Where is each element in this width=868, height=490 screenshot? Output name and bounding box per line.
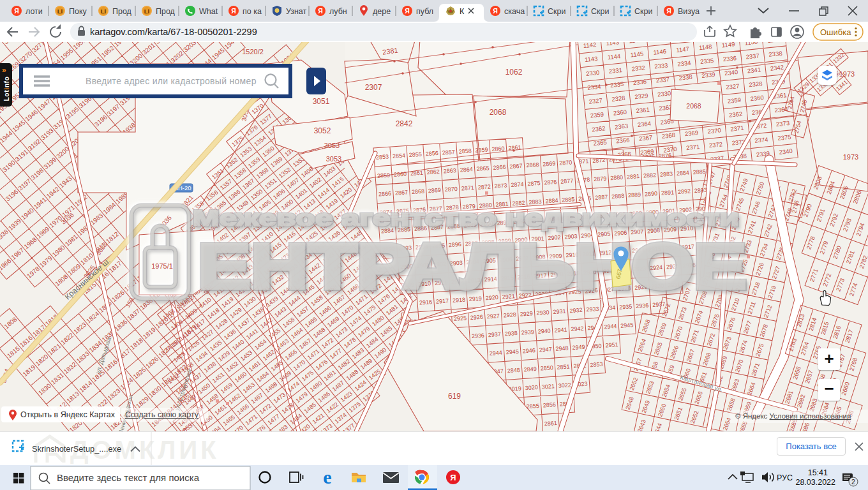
svg-text:2330: 2330 <box>657 89 671 98</box>
svg-text:2875: 2875 <box>527 180 541 187</box>
svg-text:kartagov.com/karta/67-18-00502: kartagov.com/karta/67-18-0050201-2299 <box>90 27 257 37</box>
svg-text:2945: 2945 <box>620 322 634 329</box>
svg-text:2335: 2335 <box>610 80 624 89</box>
svg-text:1147: 1147 <box>676 45 689 54</box>
svg-text:2884: 2884 <box>677 170 690 177</box>
svg-text:2927: 2927 <box>487 313 500 320</box>
svg-text:2880: 2880 <box>610 174 624 181</box>
svg-text:2853: 2853 <box>376 153 389 160</box>
svg-text:3022: 3022 <box>558 382 571 389</box>
svg-text:Я: Я <box>493 7 498 15</box>
svg-text:2340: 2340 <box>779 147 793 156</box>
svg-text:2929: 2929 <box>520 310 533 317</box>
svg-text:1973: 1973 <box>839 70 855 78</box>
svg-text:2848: 2848 <box>507 367 521 374</box>
svg-text:2937: 2937 <box>488 331 502 338</box>
svg-text:2329: 2329 <box>634 92 648 100</box>
svg-text:2371: 2371 <box>730 124 744 133</box>
svg-text:2887: 2887 <box>595 194 608 201</box>
svg-text:2339: 2339 <box>701 71 715 79</box>
svg-text:2942: 2942 <box>571 325 584 332</box>
svg-text:2335: 2335 <box>700 57 714 65</box>
svg-text:2340: 2340 <box>724 68 738 77</box>
svg-text:Я: Я <box>405 7 410 15</box>
svg-text:2363: 2363 <box>615 122 629 131</box>
svg-text:Li: Li <box>144 8 149 15</box>
svg-text:2890: 2890 <box>645 190 658 197</box>
svg-text:Скри: Скри <box>548 7 565 16</box>
svg-text:2842: 2842 <box>396 119 413 128</box>
svg-text:2859: 2859 <box>475 146 488 153</box>
svg-text:лоти: лоти <box>26 7 43 16</box>
svg-text:2854: 2854 <box>393 152 406 160</box>
svg-text:1144: 1144 <box>607 52 620 61</box>
svg-text:2307: 2307 <box>365 83 382 92</box>
svg-text:2362: 2362 <box>592 124 606 133</box>
svg-text:SkrinshoterSetup_....exe: SkrinshoterSetup_....exe <box>32 444 121 454</box>
svg-text:Я: Я <box>666 7 671 15</box>
svg-text:Введите здесь текст для поиска: Введите здесь текст для поиска <box>57 472 200 483</box>
svg-text:2370: 2370 <box>707 126 721 135</box>
svg-text:2338: 2338 <box>678 73 692 82</box>
svg-text:2373: 2373 <box>775 119 789 128</box>
svg-text:2925: 2925 <box>454 315 467 322</box>
svg-text:2328: 2328 <box>611 94 625 103</box>
svg-text:2885: 2885 <box>693 168 707 175</box>
svg-text:1148: 1148 <box>699 43 712 51</box>
svg-text:2877: 2877 <box>560 177 574 184</box>
svg-text:2885: 2885 <box>562 196 575 203</box>
svg-text:РУС: РУС <box>777 473 793 482</box>
svg-text:2360: 2360 <box>613 108 627 117</box>
svg-text:2888: 2888 <box>611 193 625 200</box>
svg-text:2865: 2865 <box>476 165 490 172</box>
svg-text:2327: 2327 <box>726 82 740 91</box>
svg-text:2328: 2328 <box>749 80 763 88</box>
svg-text:2336: 2336 <box>632 78 647 86</box>
svg-text:e: e <box>323 466 331 487</box>
svg-text:2940: 2940 <box>537 327 551 334</box>
svg-text:2872: 2872 <box>477 183 491 190</box>
svg-text:2359: 2359 <box>590 110 604 119</box>
svg-text:Открыть в Яндекс Картах: Открыть в Яндекс Картах <box>20 410 116 419</box>
svg-text:2068: 2068 <box>686 102 701 110</box>
svg-text:2869: 2869 <box>428 187 442 194</box>
svg-text:2928: 2928 <box>503 311 516 318</box>
svg-text:2858: 2858 <box>458 147 472 154</box>
svg-text:2945: 2945 <box>505 348 519 355</box>
svg-text:2860: 2860 <box>491 145 505 152</box>
svg-text:2860: 2860 <box>394 170 407 177</box>
svg-text:2369: 2369 <box>684 129 698 137</box>
svg-text:2849: 2849 <box>523 366 537 373</box>
svg-text:Я: Я <box>450 473 456 482</box>
svg-text:2856: 2856 <box>542 401 556 408</box>
svg-text:2372: 2372 <box>708 140 722 149</box>
svg-text:Скри: Скри <box>634 7 652 16</box>
svg-text:2327: 2327 <box>588 97 602 105</box>
svg-text:2941: 2941 <box>554 327 567 334</box>
svg-text:2944: 2944 <box>604 323 617 330</box>
svg-text:2892: 2892 <box>678 188 691 195</box>
svg-text:2366: 2366 <box>616 136 630 144</box>
svg-text:2869: 2869 <box>542 160 556 167</box>
svg-text:2948: 2948 <box>555 345 569 352</box>
svg-text:2338: 2338 <box>768 50 782 58</box>
svg-text:1973: 1973 <box>843 153 858 161</box>
svg-text:Узнат: Узнат <box>286 7 307 16</box>
svg-text:2873: 2873 <box>494 182 507 189</box>
svg-text:2947: 2947 <box>539 346 552 353</box>
svg-text:2861: 2861 <box>544 420 557 427</box>
svg-text:Визуа: Визуа <box>678 7 700 16</box>
svg-text:2857: 2857 <box>442 149 455 156</box>
svg-text:по ка: по ка <box>243 7 262 16</box>
svg-text:1975/1: 1975/1 <box>151 262 173 270</box>
svg-text:2365: 2365 <box>593 138 607 147</box>
svg-text:2870: 2870 <box>444 186 458 193</box>
svg-text:2331: 2331 <box>608 66 622 75</box>
svg-text:2859: 2859 <box>377 172 391 179</box>
svg-text:3051: 3051 <box>313 97 330 106</box>
svg-text:2861: 2861 <box>508 144 521 151</box>
svg-text:619: 619 <box>448 392 461 401</box>
svg-text:What: What <box>199 7 218 16</box>
svg-text:1520/2: 1520/2 <box>242 48 264 56</box>
svg-text:2856: 2856 <box>425 150 438 157</box>
